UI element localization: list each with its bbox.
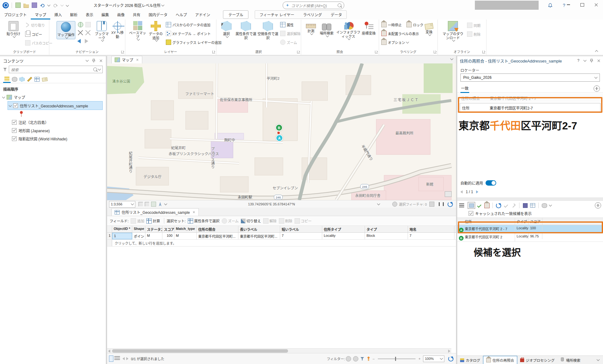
contents-tab-data-source[interactable] xyxy=(11,76,18,83)
pane-menu-chevron[interactable] xyxy=(584,59,587,62)
basemap-button[interactable]: ベースマップ xyxy=(129,21,146,40)
tab-catalog[interactable]: カタログ xyxy=(457,356,483,364)
delete-row-button[interactable]: 削除 xyxy=(279,218,292,224)
contents-tab-labeling[interactable] xyxy=(41,76,48,83)
tab-project[interactable]: プロジェクト xyxy=(0,10,31,19)
col-header[interactable]: 短いラベル xyxy=(280,226,322,232)
minimize-button[interactable] xyxy=(562,0,575,9)
tab-edit[interactable]: 編集 xyxy=(97,10,113,19)
add-data-button[interactable]: データの追加 xyxy=(148,21,164,41)
col-header[interactable]: タイプ xyxy=(365,226,408,232)
prev-record-arrow[interactable] xyxy=(460,190,463,193)
auto-apply-toggle[interactable] xyxy=(486,180,496,186)
map-coordinates[interactable]: 139.7429605°E 35.6784147°N xyxy=(167,202,376,206)
col-header[interactable]: Match_type xyxy=(174,226,197,232)
remove-button[interactable]: 削除 xyxy=(467,31,481,37)
tab-geoprocessing[interactable]: ジオプロセシング xyxy=(517,356,557,364)
open-project-icon[interactable] xyxy=(23,3,29,8)
data-source-icon[interactable] xyxy=(541,202,548,209)
next-record-icon[interactable] xyxy=(126,357,128,360)
add-field-button[interactable]: 追加 xyxy=(131,218,144,224)
tab-addin[interactable]: アドイン xyxy=(191,10,214,19)
maximize-button[interactable] xyxy=(575,0,589,9)
close-button[interactable] xyxy=(589,0,603,9)
view-tabs-chevron[interactable] xyxy=(450,57,454,60)
sort-icon[interactable] xyxy=(367,356,370,361)
contents-menu-chevron[interactable] xyxy=(86,59,89,62)
candidates-tools-chevron[interactable] xyxy=(549,204,552,207)
layer-checkbox[interactable] xyxy=(13,103,18,108)
xy-table-to-point-button[interactable]: XY テーブル → ポイント xyxy=(166,31,211,36)
command-search-input[interactable]: コマンド検索 (Alt+Q) xyxy=(283,2,344,9)
offline-dialog-launcher[interactable] xyxy=(482,51,485,53)
project-title[interactable]: スターターパック 2026 街区レベル住所 xyxy=(94,3,164,8)
zoom-selection-icon[interactable] xyxy=(85,22,92,27)
attributes-button[interactable]: 属性 xyxy=(280,22,294,27)
geocoded-point[interactable] xyxy=(277,131,280,134)
add-candidate-icon[interactable] xyxy=(595,202,601,209)
tab-domestic-data[interactable]: 国内データ xyxy=(144,10,171,19)
fixed-zoom-in-icon[interactable] xyxy=(78,30,84,35)
copy-path-button[interactable]: パスのコピー xyxy=(25,40,52,46)
pin-icon[interactable] xyxy=(92,59,95,63)
open-table-icon[interactable] xyxy=(529,202,536,209)
topo-layer-checkbox[interactable] xyxy=(12,128,17,133)
col-header[interactable]: 長いラベル xyxy=(238,226,280,232)
candidates-menu-icon[interactable] xyxy=(459,204,464,207)
labeling-options-button[interactable]: オプション xyxy=(381,40,409,45)
previous-extent-icon[interactable] xyxy=(77,39,81,43)
hillshade-layer-checkbox[interactable] xyxy=(12,136,17,141)
new-row-hint[interactable]: クリックして、新しい行を追加します。 xyxy=(107,240,456,247)
new-project-icon[interactable] xyxy=(15,3,21,8)
pane-help-icon[interactable]: ? xyxy=(577,58,579,63)
locate-button[interactable]: 場所検索 xyxy=(319,21,334,37)
show-unplaced-labels-button[interactable]: 未配置ラベルの表示 xyxy=(381,31,419,36)
map-tab-close-icon[interactable] xyxy=(136,59,139,61)
tab-labeling[interactable]: ラベリング xyxy=(299,11,326,19)
calculate-field-button[interactable]: 計算 xyxy=(146,218,160,224)
measure-button[interactable]: 計測 xyxy=(304,21,318,35)
refresh-map-icon[interactable] xyxy=(448,202,453,207)
table-tab-close-icon[interactable] xyxy=(193,211,195,213)
labeling-pause-button[interactable]: 一時停止 xyxy=(381,22,402,27)
scrollbar-thumb[interactable] xyxy=(112,349,288,353)
bookmarks-button[interactable]: ブックマーク xyxy=(94,21,110,41)
contents-tab-snapping[interactable] xyxy=(33,76,41,83)
tree-node-topo-layer[interactable]: 地形図 (Japanese) xyxy=(0,126,106,134)
col-header[interactable]: スコア xyxy=(162,226,174,232)
redo-icon[interactable] xyxy=(52,3,59,8)
candidate-marker-a[interactable]: A xyxy=(276,134,283,142)
paste-button[interactable]: 貼り付け xyxy=(4,21,23,37)
col-header[interactable]: ステータス xyxy=(145,226,162,232)
pane-pin-icon[interactable] xyxy=(590,59,593,63)
tab-analysis[interactable]: 解析 xyxy=(66,10,82,19)
tab-imagery[interactable]: 画像 xyxy=(113,10,129,19)
contents-tab-editing[interactable] xyxy=(26,76,33,83)
quick-access-customize-chevron[interactable] xyxy=(66,4,69,7)
tree-node-map[interactable]: マップ xyxy=(0,93,106,101)
prev-record-icon[interactable] xyxy=(122,357,125,360)
table-horizontal-scrollbar[interactable] xyxy=(107,348,451,353)
copy-row-button[interactable]: コピー xyxy=(295,218,312,224)
add-data-from-path-button[interactable]: パスからのデータの追加 xyxy=(166,22,210,27)
pause-drawing-icon[interactable] xyxy=(439,202,444,206)
go-to-xy-button[interactable]: XY へ移動 xyxy=(111,21,124,39)
attribute-table-tab[interactable]: 住所リスト_GeocodeAddresses_sample xyxy=(111,208,199,216)
col-header[interactable]: 住所タイプ xyxy=(322,226,365,232)
graticule-icon[interactable] xyxy=(145,202,149,206)
col-header[interactable]: 住所の照合 xyxy=(197,226,238,232)
tab-map[interactable]: マップ xyxy=(31,10,50,19)
convert-coordinates-button[interactable]: 座標変換 xyxy=(362,21,376,35)
add-graphics-layer-button[interactable]: グラフィックス レイヤーの追加 xyxy=(166,40,221,45)
tab-view[interactable]: 表示 xyxy=(82,10,97,19)
match-view-icon[interactable] xyxy=(468,202,475,209)
map-canvas[interactable]: 清水谷公園 ファミリーマート 佐世保市東京事務所 平河町2 三宅坂ＪＣＴ 麹町中… xyxy=(107,63,456,200)
tree-node-hillshade-layer[interactable]: 陰影起伏図 (World Hillshade) xyxy=(0,134,106,143)
clear-selection-button[interactable]: 選択解除 xyxy=(280,31,301,36)
layer-symbol-row[interactable] xyxy=(0,110,106,118)
show-selected-records-button[interactable] xyxy=(114,356,120,361)
candidate-marker-b[interactable]: B xyxy=(275,124,283,131)
fixed-zoom-out-icon[interactable] xyxy=(85,30,92,35)
full-extent-icon[interactable] xyxy=(78,22,84,27)
tab-insert[interactable]: 挿入 xyxy=(50,10,66,19)
